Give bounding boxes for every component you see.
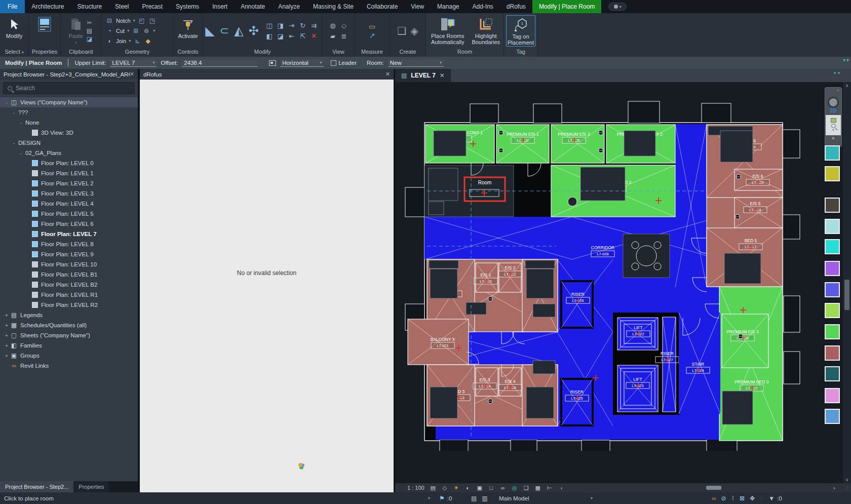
reveal-constraints-icon[interactable]: ⊢	[546, 485, 553, 491]
active-workset-select[interactable]: Main Model	[499, 495, 529, 501]
mirror-icon[interactable]: ◭	[234, 24, 243, 38]
tree-item--[interactable]: -???	[0, 107, 138, 118]
upper-limit-select[interactable]: LEVEL 7▾	[110, 59, 157, 67]
color-swatch[interactable]	[825, 366, 840, 381]
match-type-icon[interactable]: ◪	[86, 35, 94, 43]
scrollbar-thumb[interactable]	[844, 280, 849, 310]
worksets-icon[interactable]: ▤	[471, 495, 477, 502]
color-swatch[interactable]	[825, 324, 840, 339]
highlight-boundaries-button[interactable]: Highlight Boundaries	[470, 15, 501, 47]
tree-item-views-company-name-[interactable]: -◫Views ("Company Name")	[0, 97, 138, 107]
project-browser-header[interactable]: Project Browser - Step2+3_Complex_Model_…	[0, 69, 138, 80]
tab-overflow-icon[interactable]: ▼▼	[833, 71, 841, 75]
split-icon[interactable]: ◫	[266, 22, 273, 29]
cut-to-clipboard-icon[interactable]: ✂	[86, 19, 94, 26]
select-links-icon[interactable]: ∞	[712, 495, 716, 502]
sun-path-icon[interactable]: ☀	[453, 485, 460, 491]
scale-icon[interactable]: ◪	[278, 32, 284, 40]
place-rooms-automatically-button[interactable]: Place Rooms Automatically	[428, 15, 467, 47]
search-input[interactable]: Search	[3, 82, 135, 94]
color-swatch[interactable]	[825, 198, 840, 213]
zoom-tool-button[interactable]: ▾	[826, 115, 841, 135]
tree-item-floor-plan-level-10[interactable]: Floor Plan: LEVEL 10	[0, 259, 138, 269]
collapse-icon[interactable]: -	[18, 120, 23, 126]
tree-item-floor-plan-level-r1[interactable]: Floor Plan: LEVEL R1	[0, 290, 138, 300]
design-options-control[interactable]: ⚑ :0	[437, 495, 452, 502]
tab-project-browser[interactable]: Project Browser - Step2...	[0, 481, 73, 492]
copy-icon[interactable]: ◧	[266, 32, 273, 40]
detail-level-icon[interactable]: ▤	[430, 485, 437, 491]
rotate-icon[interactable]: ↻	[300, 22, 305, 29]
color-swatch[interactable]	[825, 345, 840, 361]
tree-item-families[interactable]: +◧Families	[0, 340, 138, 351]
expand-icon[interactable]: +	[4, 342, 9, 348]
expand-icon[interactable]: +	[4, 322, 9, 328]
notch-button[interactable]: ⊟Notch▾◰◳	[105, 16, 157, 25]
ruler-icon[interactable]: ▭	[369, 22, 375, 30]
show-crop-region-icon[interactable]: □	[488, 485, 495, 491]
reveal-hidden-elements-icon[interactable]: ◎	[511, 485, 518, 491]
tab-massing-site[interactable]: Massing & Site	[306, 0, 360, 13]
color-swatch[interactable]	[825, 239, 840, 254]
tab-drofus[interactable]: dRofus	[500, 0, 532, 13]
select-underlay-icon[interactable]: ⊘	[721, 495, 726, 502]
color-swatch[interactable]	[825, 261, 840, 276]
tab-structure[interactable]: Structure	[70, 0, 108, 13]
create-group-icon[interactable]: ❏	[397, 25, 406, 37]
tab-steel[interactable]: Steel	[108, 0, 135, 13]
tree-item-floor-plan-level-9[interactable]: Floor Plan: LEVEL 9	[0, 249, 138, 259]
resize-grip-icon[interactable]: .:	[845, 485, 848, 490]
scroll-down-icon[interactable]: ∨	[845, 477, 849, 482]
view-box-icon[interactable]: ◇	[341, 22, 346, 29]
offset-modify-icon[interactable]: ⇱	[300, 32, 305, 40]
tab-annotate[interactable]: Annotate	[234, 0, 272, 13]
room-select[interactable]: New▾	[388, 59, 444, 67]
color-swatch[interactable]	[825, 303, 840, 318]
tree-item-floor-plan-level-b1[interactable]: Floor Plan: LEVEL B1	[0, 269, 138, 280]
tab-view[interactable]: View	[404, 0, 431, 13]
tree-item-design[interactable]: -DESIGN	[0, 138, 138, 148]
tree-item-groups[interactable]: +▣Groups	[0, 351, 138, 361]
tab-collaborate[interactable]: Collaborate	[360, 0, 404, 13]
align-icon[interactable]: ◣	[205, 24, 214, 38]
crop-view-icon[interactable]: ▣	[476, 485, 483, 491]
color-swatch[interactable]	[825, 166, 840, 181]
view-lightbulb-icon[interactable]: ◍	[330, 22, 335, 29]
color-swatch[interactable]	[825, 388, 840, 403]
close-icon[interactable]: ✕	[130, 71, 134, 77]
drofus-header[interactable]: dRofus ✕	[140, 69, 394, 80]
expand-icon[interactable]: +	[4, 353, 9, 359]
paint-icon[interactable]: ◆	[144, 37, 152, 45]
temporary-view-properties-icon[interactable]: ❏	[523, 485, 530, 491]
collapse-icon[interactable]: -	[18, 150, 23, 156]
cut-button[interactable]: ◔Cut▾⊞⊚▾	[105, 26, 157, 35]
select-pinned-icon[interactable]: ⊺	[731, 495, 734, 502]
collapse-chevrons-icon[interactable]: ▼▼	[842, 58, 849, 63]
tab-add-ins[interactable]: Add-Ins	[466, 0, 499, 13]
copy-to-clipboard-icon[interactable]: ▤	[86, 27, 94, 34]
tree-item-sheets-company-name-[interactable]: +▢Sheets ("Company Name")	[0, 330, 138, 340]
tab-level-7[interactable]: ▤ LEVEL 7 ✕	[395, 69, 451, 82]
tab-systems[interactable]: Systems	[169, 0, 206, 13]
tree-item-floor-plan-level-7[interactable]: Floor Plan: LEVEL 7	[0, 229, 138, 239]
tab-analyze[interactable]: Analyze	[272, 0, 306, 13]
close-icon[interactable]: ✕	[836, 88, 840, 93]
move-icon[interactable]: ✣	[249, 24, 259, 38]
fillet-icon[interactable]: ⊂	[220, 24, 229, 37]
scale-button[interactable]: 1 : 100	[407, 485, 424, 491]
color-swatch[interactable]	[825, 145, 840, 161]
tree-item-floor-plan-level-1[interactable]: Floor Plan: LEVEL 1	[0, 168, 138, 178]
chevron-down-icon[interactable]: ▾	[591, 496, 593, 500]
tree-item-02-ga-plans[interactable]: -02_GA_Plans	[0, 148, 138, 158]
scroll-left-icon[interactable]: ‹	[558, 485, 565, 491]
drag-elements-icon[interactable]: ✥	[750, 495, 755, 502]
array-icon[interactable]: ⇉	[311, 22, 317, 29]
drawing-viewport[interactable]: PREMIUM BALCONY 1L7-003PREMIUM E/S 1L7-0…	[395, 82, 851, 483]
h-scrollbar-thumb[interactable]	[706, 486, 721, 490]
wall-joins-icon[interactable]: ⊾	[133, 37, 141, 45]
tab-file[interactable]: File	[0, 0, 25, 13]
filter-control[interactable]: ▼ :0	[766, 495, 782, 502]
tree-item-floor-plan-level-b2[interactable]: Floor Plan: LEVEL B2	[0, 280, 138, 290]
ribbon-display-toggle[interactable]: ▾	[608, 3, 627, 11]
color-swatch[interactable]	[825, 219, 840, 234]
